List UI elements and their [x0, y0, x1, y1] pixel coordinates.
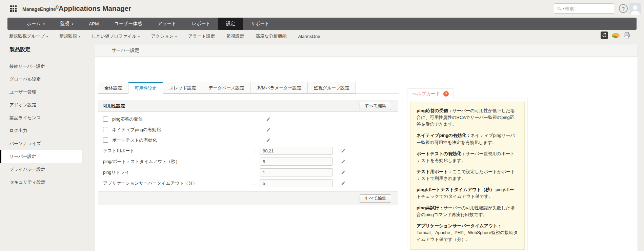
- card-body: 全体設定 可用性設定 スレッド設定 データベース設定 JVMパラメーター設定 監…: [95, 57, 638, 251]
- help-term: ネイティブpingの有効化：: [417, 133, 470, 138]
- settings-sidebar: 製品設定 接続サーバー設定 グローバル設定 ユーザー管理 アドオン設定 製品ライ…: [0, 43, 82, 251]
- edit-pencil-icon[interactable]: [341, 170, 346, 175]
- toolbar-new-monitor[interactable]: 新規監視 ▾: [54, 33, 86, 39]
- sidebar-item-connection-server-settings[interactable]: 接続サーバー設定: [0, 60, 82, 73]
- nav-item-alerts[interactable]: アラート: [150, 18, 184, 30]
- help-icon[interactable]: ?: [619, 4, 628, 13]
- tab-jvm-parameter-settings[interactable]: JVMパラメーター設定: [250, 82, 307, 93]
- nav-item-settings[interactable]: 設定: [218, 18, 243, 30]
- action-toolbar: 新規監視グループ ▾ 新規監視 ▾ しきい値プロファイル ▾ アクション ▾ ア…: [7, 30, 326, 43]
- help-card-tab-label: ヘルプカード: [412, 91, 440, 97]
- sidebar-item-log-output[interactable]: ログ出力: [0, 124, 82, 137]
- panel-footer: すべて編集: [98, 191, 398, 205]
- help-card: ヘルプカード ? ping応答の受信：サーバーの可用性が低下した場合に、可用性属…: [407, 88, 528, 251]
- toolbar-monitor-settings[interactable]: 監視設定: [221, 33, 250, 39]
- nav-item-home[interactable]: ホーム ▾: [19, 18, 53, 30]
- edit-pencil-icon[interactable]: [266, 117, 271, 122]
- help-item: ネイティブpingの有効化：ネイティブpingサーバー監視の可用性を決定を有効化…: [417, 132, 518, 146]
- tab-availability-settings[interactable]: 可用性設定: [128, 82, 163, 94]
- toolbar-new-monitor-group[interactable]: 新規監視グループ ▾: [7, 33, 54, 39]
- help-term: テスト用ポート：: [417, 169, 452, 174]
- top-header: ManageEngine Applications Manager ▾ ?: [0, 0, 644, 18]
- toolbar-item-label: アラート設定: [188, 33, 215, 39]
- nav-item-label: サポート: [251, 21, 269, 27]
- row-label: ポートテストの有効化: [112, 137, 157, 143]
- port-test-checkbox[interactable]: [103, 138, 108, 143]
- sidebar-item-server-settings[interactable]: サーバー設定: [0, 150, 82, 163]
- edit-all-button-top[interactable]: すべて編集: [360, 102, 391, 110]
- help-term: ポートテストの有効化：: [417, 151, 466, 156]
- nav-item-label: アラート: [158, 21, 176, 27]
- search-input[interactable]: [565, 6, 611, 11]
- row-label: アプリケーションサーバータイムアウト（分）: [103, 180, 197, 186]
- sidebar-item-personalize[interactable]: パーソナライズ: [0, 137, 82, 150]
- person-icon: [629, 3, 641, 15]
- sidebar-item-addon-settings[interactable]: アドオン設定: [0, 99, 82, 111]
- row-label: pingリトライ: [103, 169, 129, 175]
- row-native-ping: ネイティブpingの有効化: [98, 124, 398, 135]
- toolbar-threshold-profile[interactable]: しきい値プロファイル ▾: [86, 33, 145, 39]
- native-ping-checkbox[interactable]: [103, 127, 108, 132]
- colon-separator: :: [254, 159, 255, 164]
- tab-thread-settings[interactable]: スレッド設定: [163, 82, 202, 93]
- edit-all-button-bottom[interactable]: すべて編集: [360, 194, 391, 203]
- row-label: ネイティブpingの有効化: [112, 127, 161, 133]
- edit-pencil-icon[interactable]: [341, 148, 346, 153]
- toolbar-item-label: 新規監視グループ: [9, 33, 45, 39]
- question-badge-icon[interactable]: ?: [443, 91, 449, 97]
- sidebar-item-privacy-settings[interactable]: プライバシー設定: [0, 163, 82, 176]
- help-item: アプリケーションサーバータイムアウト：Tomcat、Apache、PHP、Web…: [417, 223, 518, 243]
- availability-settings-panel: 可用性設定 すべて編集 ping応答の受信 ネイティブpingの有効化: [98, 100, 398, 205]
- panel-rows: ping応答の受信 ネイティブpingの有効化 ポートテストの有効化: [98, 112, 398, 189]
- user-avatar[interactable]: [629, 3, 641, 15]
- help-card-content: ping応答の受信：サーバーの可用性が低下した場合に、可用性属性のRCAでサーバ…: [410, 102, 525, 250]
- chevron-down-icon: ▾: [46, 35, 48, 38]
- aperture-icon[interactable]: [601, 32, 608, 39]
- chevron-down-icon: ▾: [79, 35, 80, 38]
- toolbar-alarmsone[interactable]: AlarmsOne: [293, 34, 326, 39]
- edit-pencil-icon[interactable]: [341, 181, 346, 186]
- toolbar-advanced-analytics[interactable]: 高度な分析機能: [250, 33, 292, 39]
- nav-item-monitoring[interactable]: 監視 ▾: [53, 18, 81, 30]
- help-term: ping再試行：: [417, 205, 443, 210]
- main-content-card: サーバー設定 全体設定 可用性設定 スレッド設定 データベース設定 JVMパラメ…: [95, 44, 638, 251]
- app-launcher-grid-icon[interactable]: [10, 5, 17, 12]
- print-icon[interactable]: [623, 32, 630, 39]
- tab-overall-settings[interactable]: 全体設定: [98, 82, 128, 93]
- app-title: Applications Manager: [59, 4, 131, 13]
- nav-item-label: 設定: [226, 21, 235, 27]
- ping-retry-input[interactable]: [260, 168, 333, 176]
- edit-pencil-icon[interactable]: [341, 159, 346, 164]
- tab-database-settings[interactable]: データベース設定: [202, 82, 250, 93]
- toolbar-item-label: 新規監視: [59, 33, 77, 39]
- global-search[interactable]: ▾: [554, 3, 614, 14]
- panel-header: 可用性設定 すべて編集: [98, 100, 398, 112]
- tab-monitor-group-settings[interactable]: 監視グループ設定: [308, 82, 356, 93]
- nav-item-user-experience[interactable]: ユーザー体感: [106, 18, 150, 30]
- ping-port-timeout-input[interactable]: [260, 158, 333, 166]
- ping-response-checkbox[interactable]: [103, 117, 108, 122]
- sidebar-item-user-management[interactable]: ユーザー管理: [0, 86, 82, 99]
- edit-pencil-icon[interactable]: [266, 127, 271, 132]
- app-server-timeout-input[interactable]: [260, 179, 333, 187]
- help-card-tab[interactable]: ヘルプカード ?: [407, 88, 454, 99]
- help-term: ping/ポートテストタイムアウト（秒）: [417, 187, 494, 192]
- toolbar-icons: [601, 32, 630, 39]
- sidebar-item-global-settings[interactable]: グローバル設定: [0, 73, 82, 86]
- test-port-input[interactable]: [260, 147, 333, 155]
- toolbar-item-label: アクション: [151, 33, 174, 39]
- pie-chart-icon[interactable]: [612, 33, 620, 38]
- nav-item-support[interactable]: サポート: [243, 18, 277, 30]
- sidebar-item-security-settings[interactable]: セキュリティ設定: [0, 176, 82, 189]
- nav-item-label: 監視: [60, 21, 69, 27]
- nav-item-reports[interactable]: レポート: [184, 18, 218, 30]
- edit-pencil-icon[interactable]: [266, 138, 271, 143]
- toolbar-actions[interactable]: アクション ▾: [145, 33, 183, 39]
- search-icon[interactable]: [557, 6, 562, 11]
- toolbar-alert-settings[interactable]: アラート設定: [182, 33, 221, 39]
- nav-item-apm[interactable]: APM: [81, 18, 106, 30]
- row-label: テスト用ポート: [103, 148, 135, 154]
- nav-item-label: ユーザー体感: [114, 21, 142, 27]
- sidebar-item-product-license[interactable]: 製品ライセンス: [0, 111, 82, 124]
- search-scope-caret-icon[interactable]: ▾: [563, 7, 564, 10]
